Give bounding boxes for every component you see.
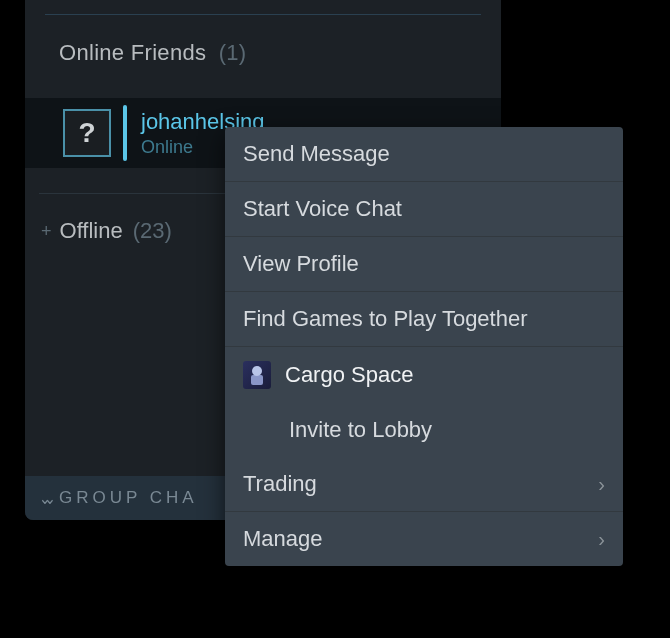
menu-label: Send Message: [243, 141, 390, 167]
section-title: Online Friends: [59, 40, 206, 65]
offline-section-header[interactable]: + Offline (23): [41, 218, 172, 244]
menu-manage[interactable]: Manage ›: [225, 512, 623, 566]
section-count: (1): [219, 40, 247, 65]
menu-label: Invite to Lobby: [289, 417, 432, 443]
section-title: Offline: [60, 218, 123, 244]
menu-find-games[interactable]: Find Games to Play Together: [225, 292, 623, 347]
game-name: Cargo Space: [285, 362, 413, 388]
divider: [45, 14, 481, 15]
section-count: (23): [133, 218, 172, 244]
menu-label: Manage: [243, 526, 323, 552]
chevron-right-icon: ›: [598, 473, 605, 496]
menu-view-profile[interactable]: View Profile: [225, 237, 623, 292]
menu-label: Trading: [243, 471, 317, 497]
friend-context-menu: Send Message Start Voice Chat View Profi…: [225, 127, 623, 566]
chevron-down-icon: ⌄⌄: [39, 488, 49, 507]
menu-trading[interactable]: Trading ›: [225, 457, 623, 512]
group-chats-label: GROUP CHA: [59, 488, 198, 508]
expand-icon: +: [41, 221, 52, 242]
avatar-placeholder-icon: ?: [78, 117, 95, 149]
menu-voice-chat[interactable]: Start Voice Chat: [225, 182, 623, 237]
menu-label: Find Games to Play Together: [243, 306, 528, 332]
menu-invite-lobby[interactable]: Invite to Lobby: [225, 403, 623, 457]
menu-label: View Profile: [243, 251, 359, 277]
avatar[interactable]: ?: [63, 109, 111, 157]
online-friends-header[interactable]: Online Friends (1): [59, 40, 246, 66]
online-indicator: [123, 105, 127, 161]
chevron-right-icon: ›: [598, 528, 605, 551]
menu-label: Start Voice Chat: [243, 196, 402, 222]
menu-send-message[interactable]: Send Message: [225, 127, 623, 182]
game-icon: [243, 361, 271, 389]
menu-game-item[interactable]: Cargo Space: [225, 347, 623, 403]
